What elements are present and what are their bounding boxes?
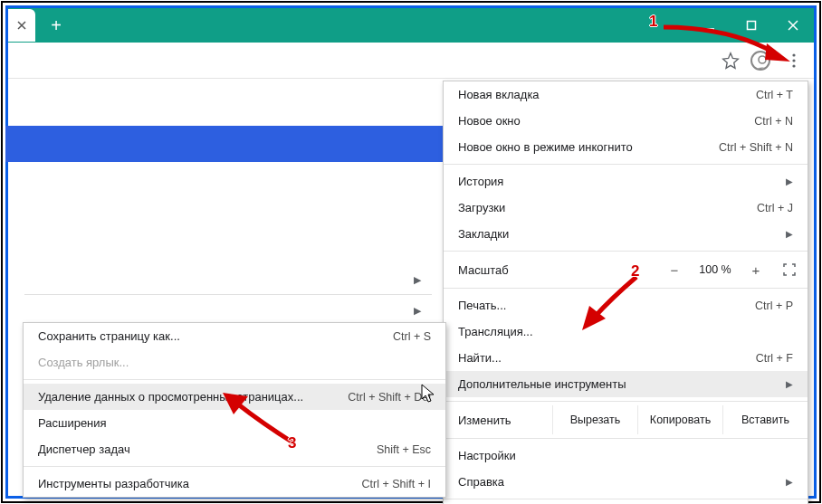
menu-new-tab[interactable]: Новая вкладка Ctrl + T <box>444 81 808 108</box>
menu-shortcut: Ctrl + Shift + I <box>362 478 431 490</box>
menu-shortcut: Ctrl + T <box>756 89 793 101</box>
menu-label: Расширения <box>38 416 431 430</box>
menu-shortcut: Ctrl + Shift + Del <box>348 391 431 404</box>
submenu-clear-browsing-data[interactable]: Удаление данных о просмотренных страница… <box>24 384 445 410</box>
maximize-button[interactable] <box>731 8 772 43</box>
svg-point-4 <box>792 64 795 67</box>
menu-cast[interactable]: Трансляция... <box>444 319 808 345</box>
menu-label: Справка <box>458 475 779 489</box>
page-header-band <box>5 126 444 162</box>
menu-label: Новая вкладка <box>458 88 756 101</box>
menu-print[interactable]: Печать... Ctrl + P <box>444 292 808 319</box>
menu-shortcut: Ctrl + Shift + N <box>719 141 793 154</box>
menu-label: Загрузки <box>458 201 757 214</box>
chevron-right-icon: ▶ <box>786 176 793 186</box>
menu-separator <box>444 164 808 165</box>
menu-label: Трансляция... <box>458 325 793 338</box>
chevron-right-icon: ▶ <box>786 229 793 239</box>
window-controls <box>689 8 814 43</box>
menu-separator <box>444 251 808 252</box>
menu-label: Создать ярлык... <box>38 356 431 369</box>
svg-point-1 <box>759 56 766 63</box>
menu-label: Изменить <box>444 405 552 434</box>
submenu-create-shortcut[interactable]: Создать ярлык... <box>24 349 445 376</box>
menu-separator <box>444 401 808 402</box>
zoom-out-button[interactable]: − <box>659 262 690 278</box>
menu-separator <box>444 499 808 499</box>
menu-find[interactable]: Найти... Ctrl + F <box>444 345 808 371</box>
svg-point-2 <box>792 53 795 56</box>
menu-edit-row: Изменить Вырезать Копировать Вставить <box>444 405 808 434</box>
page-row-chevron: ▶ <box>24 294 432 321</box>
menu-new-window[interactable]: Новое окно Ctrl + N <box>444 108 808 134</box>
menu-label: Сохранить страницу как... <box>38 329 393 343</box>
annotation-number-3: 3 <box>288 434 296 452</box>
chevron-right-icon: ▶ <box>786 379 793 389</box>
kebab-menu-icon[interactable] <box>781 48 807 73</box>
menu-label: Найти... <box>458 351 756 365</box>
close-tab-button[interactable] <box>8 9 35 42</box>
more-tools-submenu: Сохранить страницу как... Ctrl + S Созда… <box>23 322 446 498</box>
menu-shortcut: Ctrl + J <box>757 202 793 214</box>
submenu-save-page[interactable]: Сохранить страницу как... Ctrl + S <box>24 323 445 349</box>
menu-help[interactable]: Справка ▶ <box>444 469 808 495</box>
menu-label: Новое окно <box>458 114 754 128</box>
menu-more-tools[interactable]: Дополнительные инструменты ▶ <box>444 371 808 397</box>
edit-cut-button[interactable]: Вырезать <box>552 405 637 434</box>
annotation-number-1: 1 <box>649 13 657 31</box>
menu-incognito[interactable]: Новое окно в режиме инкогнито Ctrl + Shi… <box>444 134 808 160</box>
svg-rect-0 <box>748 22 756 30</box>
profile-avatar[interactable] <box>750 51 770 71</box>
menu-bookmarks[interactable]: Закладки ▶ <box>444 221 808 247</box>
menu-separator <box>444 288 808 289</box>
menu-shortcut: Ctrl + N <box>754 115 793 128</box>
titlebar: + <box>8 8 814 43</box>
menu-shortcut: Ctrl + S <box>393 330 431 343</box>
menu-label: Закладки <box>458 227 779 241</box>
menu-label: Удаление данных о просмотренных страница… <box>38 390 348 404</box>
menu-label: История <box>458 175 779 188</box>
chevron-right-icon: ▶ <box>786 477 793 487</box>
annotation-number-2: 2 <box>631 262 639 281</box>
menu-label: Диспетчер задач <box>38 442 377 456</box>
zoom-value: 100 % <box>690 263 741 276</box>
menu-shortcut: Shift + Esc <box>377 443 431 456</box>
chrome-main-menu: Новая вкладка Ctrl + T Новое окно Ctrl +… <box>443 81 808 504</box>
menu-downloads[interactable]: Загрузки Ctrl + J <box>444 195 808 221</box>
edit-copy-button[interactable]: Копировать <box>637 405 722 434</box>
menu-label: Печать... <box>458 299 755 312</box>
window-close-button[interactable] <box>772 8 814 43</box>
menu-label: Инструменты разработчика <box>38 477 362 490</box>
new-tab-button[interactable]: + <box>44 13 68 38</box>
minimize-button[interactable] <box>689 8 731 43</box>
toolbar <box>8 43 814 79</box>
menu-label: Настройки <box>458 449 793 462</box>
menu-label: Дополнительные инструменты <box>458 377 779 391</box>
menu-zoom: Масштаб − 100 % + <box>444 255 808 284</box>
menu-history[interactable]: История ▶ <box>444 168 808 195</box>
svg-point-3 <box>792 59 795 62</box>
zoom-in-button[interactable]: + <box>741 262 771 278</box>
chrome-window: + ▶ ▶ Новая вкладка Ct <box>5 5 817 499</box>
star-icon[interactable] <box>722 52 740 70</box>
submenu-task-manager[interactable]: Диспетчер задач Shift + Esc <box>24 436 445 462</box>
menu-separator <box>444 438 808 439</box>
menu-shortcut: Ctrl + F <box>756 352 793 365</box>
submenu-developer-tools[interactable]: Инструменты разработчика Ctrl + Shift + … <box>24 471 445 497</box>
edit-paste-button[interactable]: Вставить <box>722 405 808 434</box>
page-row-chevron: ▶ <box>24 266 432 293</box>
screenshot-frame: + ▶ ▶ Новая вкладка Ct <box>1 1 821 503</box>
menu-separator <box>24 379 445 380</box>
menu-shortcut: Ctrl + P <box>755 300 793 312</box>
menu-label: Новое окно в режиме инкогнито <box>458 140 719 154</box>
menu-label: Масштаб <box>458 263 659 277</box>
menu-separator <box>24 466 445 467</box>
menu-settings[interactable]: Настройки <box>444 442 808 469</box>
fullscreen-icon[interactable] <box>771 263 808 276</box>
submenu-extensions[interactable]: Расширения <box>24 410 445 436</box>
